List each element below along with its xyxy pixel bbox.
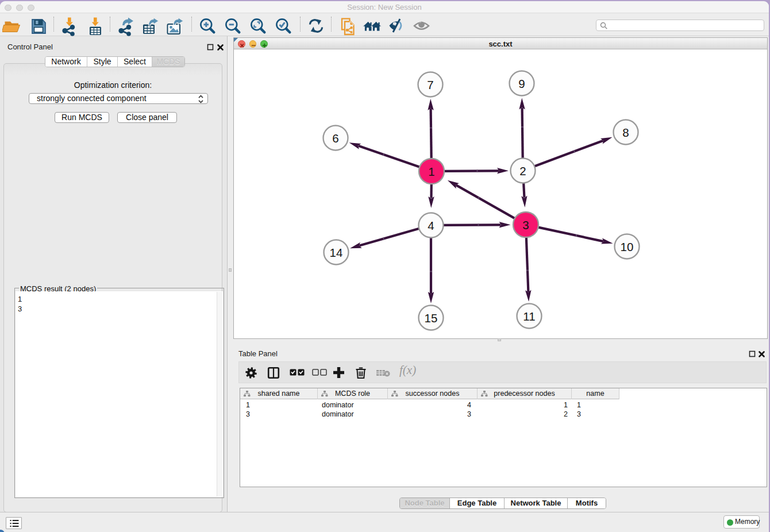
- svg-text:8: 8: [622, 126, 629, 139]
- svg-text:14: 14: [330, 246, 343, 259]
- svg-text:2: 2: [519, 164, 526, 178]
- svg-text:11: 11: [523, 310, 535, 323]
- svg-text:3: 3: [522, 218, 529, 232]
- svg-text:6: 6: [332, 132, 338, 145]
- svg-text:10: 10: [621, 240, 634, 253]
- svg-text:1: 1: [428, 165, 434, 178]
- svg-text:7: 7: [427, 78, 433, 91]
- svg-text:9: 9: [518, 77, 525, 90]
- svg-text:4: 4: [428, 219, 434, 232]
- svg-text:15: 15: [425, 311, 438, 325]
